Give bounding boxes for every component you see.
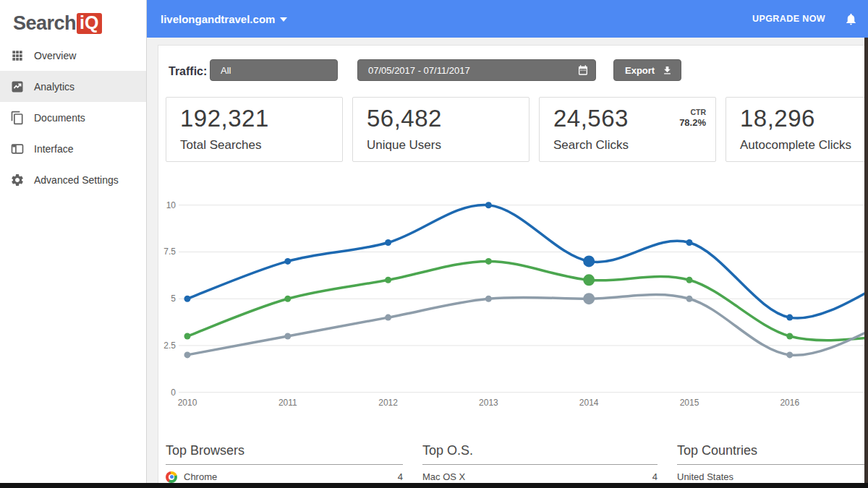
- list-title: Top Countries: [677, 443, 868, 465]
- list-top-o-s-: Top O.S.Mac OS X4: [422, 443, 658, 488]
- stat-value: 56,482: [367, 105, 442, 132]
- series-green-point-2010[interactable]: [184, 333, 191, 340]
- sidebar-item-label: Advanced Settings: [34, 174, 119, 186]
- series-gray-point-2014[interactable]: [583, 293, 595, 304]
- date-range-picker[interactable]: 07/05/2017 - 07/11/2017: [357, 59, 596, 81]
- screen-edge-right: [864, 38, 868, 488]
- grid-icon: [10, 48, 25, 63]
- x-axis-tick: 2015: [680, 398, 699, 408]
- topbar-actions: UPGRADE NOW: [752, 12, 858, 26]
- y-axis-tick: 5: [171, 294, 176, 304]
- calendar-icon: [577, 64, 589, 76]
- series-gray-point-2013[interactable]: [485, 296, 492, 302]
- export-label: Export: [625, 65, 655, 76]
- x-axis-tick: 2010: [178, 398, 197, 408]
- sidebar-item-overview[interactable]: Overview: [0, 40, 146, 71]
- series-blue-point-2012[interactable]: [385, 239, 391, 246]
- gear-icon: [10, 173, 25, 187]
- ctr-badge-value: 78.2%: [679, 117, 706, 129]
- series-green-point-2015[interactable]: [686, 277, 693, 283]
- series-gray-point-2016[interactable]: [786, 351, 793, 358]
- traffic-label: Traffic:: [169, 65, 207, 78]
- stat-label: Autocomplete Clicks: [740, 138, 851, 153]
- y-axis-tick: 7.5: [163, 247, 176, 257]
- series-gray-point-2010[interactable]: [184, 351, 191, 358]
- series-green-point-2013[interactable]: [485, 258, 492, 265]
- y-axis-tick: 0: [171, 388, 176, 398]
- traffic-line-chart[interactable]: 02.557.5102010201120122013201420152016: [158, 174, 868, 416]
- stat-card-total-searches: 192,321Total Searches: [166, 97, 343, 162]
- logo-text: Search: [13, 12, 76, 35]
- content-panel: Traffic: All 07/05/2017 - 07/11/2017 Exp…: [158, 45, 868, 488]
- series-blue-point-2010[interactable]: [184, 296, 191, 302]
- y-axis-tick: 2.5: [163, 341, 176, 351]
- stat-label: Unique Users: [367, 138, 441, 153]
- series-blue-point-2015[interactable]: [686, 239, 693, 246]
- sidebar-item-analytics[interactable]: Analytics: [0, 71, 146, 102]
- series-green-point-2011[interactable]: [284, 296, 291, 302]
- series-green-point-2012[interactable]: [385, 277, 391, 283]
- list-title: Top Browsers: [166, 443, 403, 465]
- series-blue-point-2016[interactable]: [786, 314, 793, 321]
- download-icon: [662, 65, 673, 76]
- list-item-value: 4: [652, 471, 658, 482]
- y-axis-tick: 10: [166, 200, 176, 210]
- stat-card-search-clicks: 24,563Search ClicksCTR78.2%: [539, 97, 716, 162]
- x-axis-tick: 2012: [378, 398, 398, 408]
- list-item-label: United States: [677, 471, 733, 482]
- documents-copy-icon: [10, 111, 25, 125]
- series-blue-point-2014[interactable]: [583, 255, 595, 267]
- sidebar-item-label: Interface: [34, 143, 73, 155]
- stats-row: 192,321Total Searches56,482Unique Users2…: [158, 97, 868, 162]
- stat-value: 24,563: [553, 105, 629, 132]
- analytics-chart-icon: [10, 80, 25, 94]
- traffic-filter-select[interactable]: All: [210, 59, 338, 81]
- list-item-label: Chrome: [184, 471, 217, 482]
- upgrade-now-button[interactable]: UPGRADE NOW: [752, 14, 825, 24]
- ctr-badge-label: CTR: [679, 108, 706, 117]
- series-green-point-2016[interactable]: [786, 333, 793, 340]
- traffic-filter-value: All: [221, 65, 231, 76]
- series-gray-point-2012[interactable]: [385, 314, 391, 321]
- bell-icon[interactable]: [844, 12, 858, 26]
- list-top-browsers: Top BrowsersChrome4: [166, 443, 403, 488]
- topbar: livelongandtravel.com UPGRADE NOW: [147, 0, 868, 38]
- site-selector-dropdown[interactable]: livelongandtravel.com: [161, 13, 287, 25]
- stat-value: 192,321: [180, 105, 269, 132]
- stat-value: 18,296: [740, 105, 815, 132]
- sidebar-item-label: Documents: [34, 112, 85, 124]
- logo: Search iQ: [0, 0, 146, 38]
- x-axis-tick: 2016: [780, 398, 799, 408]
- export-button[interactable]: Export: [613, 59, 681, 81]
- series-green-point-2014[interactable]: [583, 274, 595, 286]
- stat-label: Search Clicks: [553, 138, 629, 153]
- x-axis-tick: 2014: [579, 398, 599, 408]
- list-item-value: 4: [398, 471, 403, 482]
- screen-edge-bottom: [0, 483, 868, 488]
- series-gray-point-2015[interactable]: [686, 296, 693, 302]
- line-chart-svg: 02.557.5102010201120122013201420152016: [158, 174, 868, 416]
- x-axis-tick: 2011: [278, 398, 297, 408]
- stat-card-autocomplete-clicks: 18,296Autocomplete Clicks: [726, 97, 868, 162]
- sidebar-item-advanced-settings[interactable]: Advanced Settings: [0, 164, 146, 195]
- series-blue-point-2013[interactable]: [485, 202, 492, 208]
- x-axis-tick: 2013: [479, 398, 498, 408]
- sidebar-item-label: Overview: [34, 50, 76, 61]
- series-blue-point-2011[interactable]: [284, 258, 291, 265]
- sidebar-menu: OverviewAnalyticsDocumentsInterfaceAdvan…: [0, 40, 146, 195]
- list-top-countries: Top CountriesUnited States: [677, 443, 868, 488]
- sidebar-item-interface[interactable]: Interface: [0, 133, 146, 164]
- chrome-icon: [166, 471, 177, 483]
- filter-row: Traffic: All 07/05/2017 - 07/11/2017 Exp…: [158, 46, 868, 82]
- interface-layout-icon: [10, 142, 25, 156]
- caret-down-icon: [280, 17, 287, 22]
- date-range-value: 07/05/2017 - 07/11/2017: [368, 65, 470, 76]
- sidebar: Search iQ OverviewAnalyticsDocumentsInte…: [0, 0, 147, 488]
- app-window: Search iQ OverviewAnalyticsDocumentsInte…: [0, 0, 868, 488]
- site-name: livelongandtravel.com: [161, 13, 275, 25]
- stat-label: Total Searches: [180, 138, 261, 153]
- sidebar-item-documents[interactable]: Documents: [0, 102, 146, 133]
- list-title: Top O.S.: [422, 443, 658, 465]
- logo-badge: iQ: [77, 13, 102, 34]
- series-gray-point-2011[interactable]: [284, 333, 291, 340]
